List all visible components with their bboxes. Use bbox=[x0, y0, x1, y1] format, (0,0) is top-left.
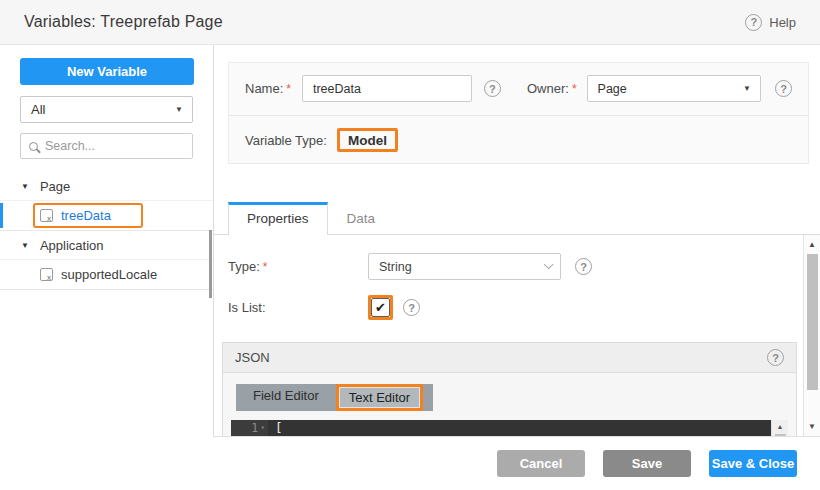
name-field[interactable] bbox=[302, 75, 472, 102]
selected-indicator bbox=[0, 203, 3, 228]
variable-summary-card: Name: * Owner: * Page ▼ Variable Type: M… bbox=[228, 62, 809, 164]
scroll-up-arrow-icon[interactable]: ▲ bbox=[804, 240, 820, 249]
type-help-icon[interactable] bbox=[575, 258, 592, 275]
required-marker: * bbox=[572, 82, 577, 96]
owner-label: Owner: bbox=[527, 81, 569, 96]
type-select[interactable]: String bbox=[368, 253, 561, 280]
annotation-box: Model bbox=[337, 128, 398, 152]
variables-sidebar: New Variable All ▼ Search... ▼ Page tree… bbox=[0, 45, 214, 437]
is-list-help-icon[interactable] bbox=[403, 299, 420, 316]
required-marker: * bbox=[286, 82, 291, 96]
tree-group-label: Application bbox=[40, 238, 104, 253]
editor-mode-toggle: Field Editor Text Editor bbox=[236, 384, 433, 411]
dropdown-arrow-icon: ▼ bbox=[743, 84, 751, 93]
json-code-editor[interactable]: 1▾[2▾··{3····"id": 1,4····"title": "1. d… bbox=[231, 420, 771, 436]
variable-icon bbox=[40, 268, 53, 281]
search-icon bbox=[29, 142, 38, 151]
search-input[interactable]: Search... bbox=[20, 133, 193, 159]
filter-value: All bbox=[31, 102, 45, 117]
new-variable-button[interactable]: New Variable bbox=[20, 58, 194, 85]
app-header: Variables: Treeprefab Page Help bbox=[0, 0, 820, 45]
toggle-tail bbox=[423, 384, 433, 411]
json-help-icon[interactable] bbox=[767, 349, 784, 366]
annotation-box: Text Editor bbox=[336, 384, 423, 411]
owner-value: Page bbox=[598, 82, 627, 96]
json-section-title: JSON bbox=[235, 350, 270, 365]
type-label: Type:* bbox=[228, 259, 368, 274]
chevron-down-icon bbox=[544, 259, 554, 269]
panel-scrollbar-thumb[interactable] bbox=[807, 254, 818, 390]
variables-tree: ▼ Page treeData ▼ Application supportedL… bbox=[0, 172, 213, 290]
name-help-icon[interactable] bbox=[484, 80, 501, 97]
scroll-down-arrow-icon[interactable]: ▼ bbox=[804, 422, 820, 431]
action-footer: Cancel Save Save & Close bbox=[0, 437, 820, 490]
annotation-box: ✔ bbox=[368, 295, 393, 320]
tree-group-application[interactable]: ▼ Application bbox=[0, 231, 213, 260]
owner-help-icon[interactable] bbox=[775, 80, 792, 97]
save-and-close-button[interactable]: Save & Close bbox=[709, 450, 797, 477]
sidebar-scrollbar-thumb[interactable] bbox=[209, 230, 212, 298]
variable-editor-main: Name: * Owner: * Page ▼ Variable Type: M… bbox=[214, 45, 820, 437]
tree-item-label: supportedLocale bbox=[61, 267, 157, 282]
variable-filter-select[interactable]: All ▼ bbox=[20, 96, 193, 123]
help-icon bbox=[745, 14, 762, 31]
json-panel: JSON Field Editor Text Editor bbox=[222, 342, 797, 436]
tree-item-label: treeData bbox=[61, 208, 111, 223]
page-title: Variables: Treeprefab Page bbox=[24, 13, 223, 31]
divider bbox=[229, 115, 808, 116]
owner-select[interactable]: Page ▼ bbox=[587, 75, 761, 102]
is-list-checkbox[interactable]: ✔ bbox=[371, 298, 390, 317]
collapse-arrow-icon: ▼ bbox=[21, 182, 29, 191]
collapse-arrow-icon: ▼ bbox=[21, 241, 29, 250]
dropdown-arrow-icon: ▼ bbox=[175, 105, 183, 114]
properties-viewport: Type:* String Is List: ✔ J bbox=[214, 235, 820, 437]
code-lines: 1▾[2▾··{3····"id": 1,4····"title": "1. d… bbox=[231, 420, 771, 436]
tree-item-treedata[interactable]: treeData bbox=[0, 201, 213, 231]
search-placeholder: Search... bbox=[45, 139, 95, 153]
tab-data[interactable]: Data bbox=[328, 203, 395, 234]
field-editor-button[interactable]: Field Editor bbox=[236, 384, 336, 411]
help-link[interactable]: Help bbox=[745, 14, 796, 31]
editor-tabbar: Properties Data bbox=[214, 199, 820, 235]
type-value: String bbox=[379, 260, 412, 274]
save-button[interactable]: Save bbox=[603, 450, 691, 477]
tree-group-page[interactable]: ▼ Page bbox=[0, 172, 213, 201]
scroll-up-arrow-icon[interactable]: ▲ bbox=[772, 423, 788, 430]
tab-properties[interactable]: Properties bbox=[228, 202, 328, 235]
editor-scrollbar-thumb[interactable] bbox=[775, 434, 786, 436]
variable-icon bbox=[40, 209, 53, 222]
panel-scrollbar: ▲ ▼ bbox=[803, 235, 820, 436]
variable-type-value: Model bbox=[340, 132, 395, 149]
is-list-label: Is List: bbox=[228, 300, 368, 315]
tree-group-label: Page bbox=[40, 179, 70, 194]
cancel-button[interactable]: Cancel bbox=[497, 450, 585, 477]
name-label: Name: bbox=[245, 81, 283, 96]
tree-item-supportedlocale[interactable]: supportedLocale bbox=[0, 260, 213, 290]
help-label: Help bbox=[769, 15, 796, 30]
required-marker: * bbox=[263, 260, 268, 274]
text-editor-button[interactable]: Text Editor bbox=[339, 387, 420, 408]
editor-scrollbar: ▲ bbox=[771, 420, 788, 436]
variable-type-label: Variable Type: bbox=[245, 133, 327, 148]
